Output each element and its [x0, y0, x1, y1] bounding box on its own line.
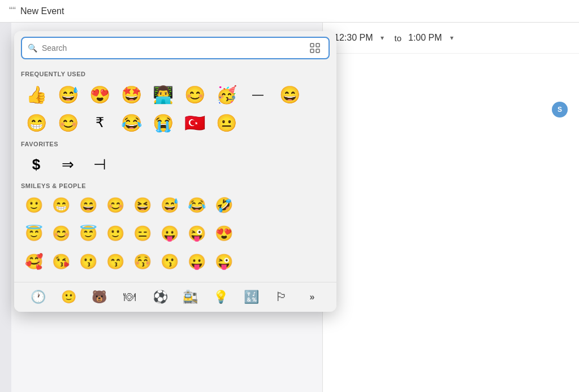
end-time-dropdown[interactable]: ▾	[447, 32, 457, 44]
category-objects[interactable]: 💡	[211, 287, 231, 307]
search-input[interactable]	[42, 43, 303, 53]
category-symbols[interactable]: 🔣	[241, 287, 261, 307]
emoji-dollar[interactable]: $	[21, 151, 51, 178]
favorites-grid: $ ⇒ ⊣	[21, 151, 330, 178]
category-animals[interactable]: 🐻	[89, 287, 109, 307]
category-recent[interactable]: 🕐	[28, 287, 49, 307]
emoji-wink-tongue[interactable]: 😜	[184, 221, 210, 246]
left-sidebar	[0, 23, 11, 392]
emoji-dash[interactable]: —	[243, 81, 273, 108]
emoji-kissing-closed[interactable]: 😚	[129, 249, 155, 274]
emoji-grinning[interactable]: 😄	[75, 193, 101, 217]
emoji-stuck-out-tongue[interactable]: 😜	[211, 249, 237, 274]
emoji-neutral[interactable]: 😐	[211, 109, 241, 136]
frequently-used-label: FREQUENTLY USED	[21, 71, 330, 77]
smileys-row3: 🥰 😘 😗 😙 😚 😗 😛 😜	[21, 249, 330, 274]
chevron-down-icon: ▾	[381, 34, 384, 42]
emoji-kissing[interactable]: 😗	[75, 249, 101, 274]
grid-view-button[interactable]	[307, 40, 323, 56]
emoji-star-struck[interactable]: 🤩	[116, 81, 146, 108]
emoji-beam[interactable]: 😁	[21, 109, 51, 136]
smileys-row1: 🙂 😁 😄 😊 😆 😅 😂 🤣	[21, 193, 330, 217]
emoji-heart-eyes[interactable]: 😍	[84, 81, 115, 108]
emoji-thumbs-up[interactable]: 👍	[21, 81, 51, 108]
emoji-slightly-smiling[interactable]: 🙂	[21, 193, 47, 217]
emoji-laughing[interactable]: 😆	[129, 193, 155, 217]
category-food[interactable]: 🍽	[119, 287, 140, 307]
emoji-party[interactable]: 🥳	[211, 81, 241, 108]
category-flags[interactable]: 🏳	[271, 287, 292, 307]
emoji-turkey-flag[interactable]: 🇹🇷	[179, 109, 210, 136]
emoji-smiling-hearts[interactable]: 🥰	[21, 249, 47, 274]
emoji-tongue[interactable]: 😛	[157, 221, 183, 246]
frequently-used-grid: 👍 😅 😍 🤩 👨‍💻 😊 🥳 — 😄 😁 😊 ₹ 😂 😭 🇹🇷 😐	[21, 81, 330, 136]
emoji-content: FREQUENTLY USED 👍 😅 😍 🤩 👨‍💻 😊 🥳 — 😄 😁 😊 …	[14, 64, 336, 282]
category-smileys[interactable]: 🙂	[59, 287, 79, 307]
emoji-sob[interactable]: 😭	[148, 109, 178, 136]
to-label: to	[394, 33, 401, 43]
emoji-plain[interactable]: 🙂	[102, 221, 128, 246]
top-bar: ““ New Event	[0, 0, 579, 23]
favorites-label: FAVORITES	[21, 141, 330, 147]
emoji-rupee[interactable]: ₹	[84, 109, 115, 136]
svg-rect-1	[316, 43, 319, 47]
start-time-dropdown[interactable]: ▾	[377, 32, 387, 44]
emoji-dashv[interactable]: ⊣	[84, 151, 115, 178]
category-bar: 🕐 🙂 🐻 🍽 ⚽ 🚉 💡 🔣 🏳 »	[14, 282, 336, 312]
emoji-halo[interactable]: 😇	[75, 221, 101, 246]
emoji-laptop-person[interactable]: 👨‍💻	[148, 81, 178, 108]
category-travel[interactable]: 🚉	[180, 287, 201, 307]
emoji-grinning-squint[interactable]: 😁	[48, 193, 74, 217]
emoji-grin[interactable]: 😄	[274, 81, 305, 108]
svg-rect-2	[310, 49, 314, 53]
search-bar: 🔍	[14, 31, 336, 64]
emoji-sweat-grin[interactable]: 😅	[157, 193, 183, 217]
emoji-kissing2[interactable]: 😗	[157, 249, 183, 274]
svg-rect-0	[310, 43, 314, 47]
time-row: 12:30 PM ▾ to 1:00 PM ▾	[323, 23, 579, 54]
category-more[interactable]: »	[302, 287, 322, 307]
svg-rect-3	[316, 49, 319, 53]
calendar-panel: 12:30 PM ▾ to 1:00 PM ▾ S U ab A ▾ ▋ ▾	[322, 23, 579, 392]
emoji-smiling-eyes[interactable]: 😊	[102, 193, 128, 217]
emoji-rolling-floor[interactable]: 🤣	[211, 193, 237, 217]
emoji-picker: 🔍 FREQUENTLY USED 👍 😅 😍 🤩 👨‍💻 😊 🥳	[14, 31, 336, 312]
emoji-tongue2[interactable]: 😛	[184, 249, 210, 274]
emoji-expressionless[interactable]: 😑	[129, 221, 155, 246]
emoji-rofl[interactable]: 😂	[184, 193, 210, 217]
emoji-arrow-right[interactable]: ⇒	[53, 151, 83, 178]
window-title: New Event	[20, 6, 64, 16]
emoji-innocent[interactable]: 😇	[21, 221, 47, 246]
end-time: 1:00 PM	[408, 33, 442, 43]
emoji-kissing-smiling[interactable]: 😙	[102, 249, 128, 274]
emoji-sweat-smile[interactable]: 😅	[53, 81, 83, 108]
avatar: S	[552, 102, 568, 117]
emoji-smile[interactable]: 😊	[53, 109, 83, 136]
emoji-kissing-heart[interactable]: 😘	[48, 249, 74, 274]
category-sports[interactable]: ⚽	[150, 287, 170, 307]
search-icon: 🔍	[28, 43, 37, 53]
emoji-blush[interactable]: 😊	[48, 221, 74, 246]
start-time: 12:30 PM	[334, 33, 373, 43]
chevron-down-icon-2: ▾	[450, 34, 453, 42]
search-wrapper: 🔍	[21, 37, 330, 59]
quote-icon: ““	[9, 5, 16, 17]
smileys-row2: 😇 😊 😇 🙂 😑 😛 😜 😍	[21, 221, 330, 246]
smileys-people-label: SMILEYS & PEOPLE	[21, 182, 330, 189]
emoji-joy[interactable]: 😂	[116, 109, 146, 136]
emoji-smiling[interactable]: 😊	[179, 81, 210, 108]
emoji-heart-face[interactable]: 😍	[211, 221, 237, 246]
